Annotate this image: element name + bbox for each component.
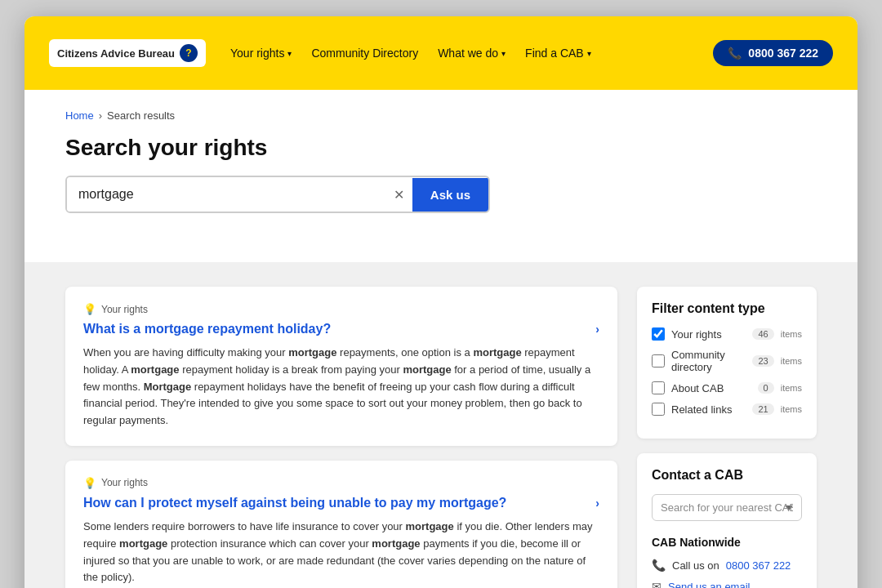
header: Citizens Advice Bureau ? Your rights ▾ C… (24, 16, 858, 90)
arrow-icon: › (595, 323, 599, 336)
chevron-down-icon: ▾ (287, 49, 292, 58)
arrow-icon: › (595, 497, 599, 510)
contact-title: Contact a CAB (652, 468, 802, 483)
phone-icon: 📞 (728, 47, 742, 60)
nav-your-rights[interactable]: Your rights ▾ (230, 47, 292, 60)
search-input[interactable] (67, 177, 385, 212)
breadcrumb: Home › Search results (65, 109, 817, 122)
chevron-down-icon: ▾ (587, 49, 591, 58)
contact-email-row: ✉ Send us an email (652, 580, 802, 588)
filter-item-about-cab: About CAB 0 items (652, 381, 802, 394)
result-card: 💡 Your rights What is a mortgage repayme… (65, 287, 617, 446)
filter-checkbox-community-directory[interactable] (652, 354, 665, 368)
email-link[interactable]: Send us an email (668, 581, 750, 589)
phone-link[interactable]: 0800 367 222 (726, 559, 791, 572)
bulb-icon: 💡 (83, 303, 96, 315)
filter-item-community-directory: Community directory 23 items (652, 349, 802, 373)
main-content: Home › Search results Search your rights… (24, 90, 858, 262)
result-title[interactable]: How can I protect myself against being u… (83, 496, 599, 510)
filter-item-related-links: Related links 21 items (652, 403, 802, 416)
nav-find-a-cab[interactable]: Find a CAB ▾ (525, 47, 591, 60)
breadcrumb-separator: › (99, 109, 102, 122)
ask-us-button[interactable]: Ask us (412, 178, 488, 212)
chevron-down-icon: ▾ (501, 49, 506, 58)
filter-title: Filter content type (652, 301, 802, 316)
logo-icon: ? (180, 44, 198, 62)
nav-what-we-do[interactable]: What we do ▾ (438, 47, 506, 60)
result-body: Some lenders require borrowers to have l… (83, 519, 599, 586)
phone-button[interactable]: 📞 0800 367 222 (713, 40, 833, 66)
breadcrumb-current: Search results (107, 109, 175, 122)
results-section: 💡 Your rights What is a mortgage repayme… (24, 262, 858, 588)
result-tag: 💡 Your rights (83, 477, 599, 489)
sidebar: Filter content type Your rights 46 items… (637, 287, 817, 588)
page-title: Search your rights (65, 135, 817, 161)
logo[interactable]: Citizens Advice Bureau ? (49, 39, 206, 67)
filter-checkbox-your-rights[interactable] (652, 327, 665, 341)
nationwide-title: CAB Nationwide (652, 536, 802, 549)
result-title[interactable]: What is a mortgage repayment holiday? › (83, 322, 599, 336)
clear-button[interactable]: ✕ (385, 187, 412, 203)
filter-checkbox-related-links[interactable] (652, 403, 665, 416)
result-card: 💡 Your rights How can I protect myself a… (65, 461, 617, 588)
nav-community-directory[interactable]: Community Directory (311, 47, 418, 60)
logo-text: Citizens Advice Bureau (57, 47, 175, 60)
email-icon: ✉ (652, 580, 662, 588)
contact-phone-row: 📞 Call us on 0800 367 222 (652, 559, 802, 572)
filter-box: Filter content type Your rights 46 items… (637, 287, 817, 439)
breadcrumb-home[interactable]: Home (65, 109, 94, 122)
bulb-icon: 💡 (83, 477, 96, 489)
search-bar: ✕ Ask us (65, 176, 490, 213)
phone-icon: 📞 (652, 559, 666, 572)
contact-box: Contact a CAB Search for your nearest CA… (637, 453, 817, 588)
main-nav: Your rights ▾ Community Directory What w… (230, 47, 688, 60)
filter-item-your-rights: Your rights 46 items (652, 327, 802, 341)
result-tag: 💡 Your rights (83, 303, 599, 315)
search-cab-select[interactable]: Search for your nearest CAB (652, 494, 802, 521)
result-body: When you are having difficulty making yo… (83, 345, 599, 430)
results-column: 💡 Your rights What is a mortgage repayme… (65, 287, 617, 588)
content-layout: 💡 Your rights What is a mortgage repayme… (65, 287, 817, 588)
filter-checkbox-about-cab[interactable] (652, 381, 665, 394)
